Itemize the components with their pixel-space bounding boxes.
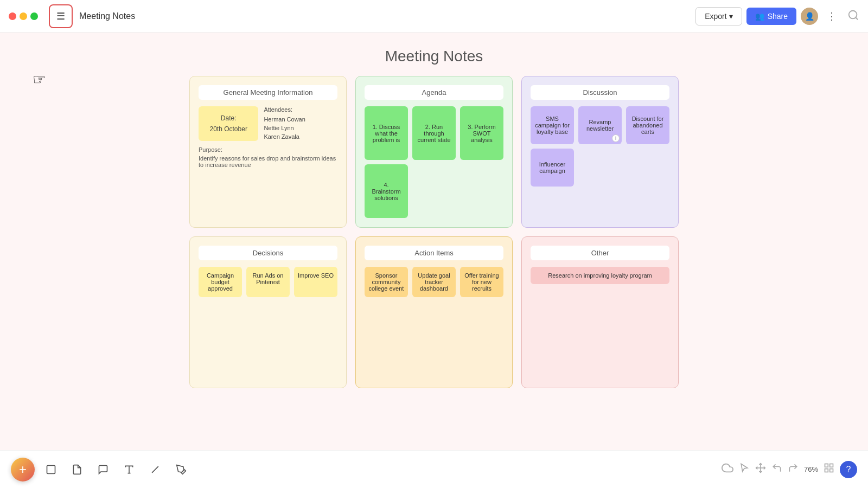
attendees-box: Attendees: Herman Cowan Nettie Lynn Kare… — [264, 106, 337, 141]
board-general-title: General Meeting Information — [199, 85, 337, 100]
attendee-2: Nettie Lynn — [264, 124, 337, 132]
agenda-item-3: 3. Perform SWOT analysis — [460, 106, 503, 160]
text-tool[interactable] — [119, 460, 139, 479]
toolbar-right: 76% ? — [722, 461, 857, 478]
traffic-lights — [9, 12, 38, 20]
svg-rect-7 — [825, 464, 828, 467]
line-tool[interactable] — [145, 460, 165, 479]
attendee-3: Karen Zavala — [264, 132, 337, 141]
svg-line-4 — [152, 466, 158, 473]
discussion-grid: SMS campaign for loyalty base Revamp new… — [531, 106, 669, 187]
minimize-traffic-light[interactable] — [20, 12, 27, 20]
decision-1: Campaign budget approved — [199, 267, 242, 297]
action-1: Sponsor community college event — [365, 267, 408, 297]
grid-icon[interactable] — [824, 463, 834, 476]
decisions-row: Campaign budget approved Run Ads on Pint… — [199, 267, 337, 297]
close-traffic-light[interactable] — [9, 12, 16, 20]
discussion-item-revamp: Revamp newsletter i — [578, 106, 622, 144]
attendee-1: Herman Cowan — [264, 115, 337, 124]
agenda-grid: 1. Discuss what the problem is 2. Run th… — [365, 106, 503, 218]
document-title: Meeting Notes — [79, 11, 689, 21]
speech-bubble-tool[interactable] — [93, 460, 113, 479]
boards-grid: General Meeting Information Date: 20th O… — [189, 76, 679, 388]
rectangle-tool[interactable] — [41, 460, 61, 479]
agenda-item-2: 2. Run through current state — [412, 106, 456, 160]
canvas-title: Meeting Notes — [385, 48, 483, 65]
undo-icon[interactable] — [771, 463, 782, 476]
board-general: General Meeting Information Date: 20th O… — [189, 76, 347, 228]
svg-rect-8 — [830, 464, 833, 467]
board-actions-title: Action Items — [365, 246, 503, 260]
fab-add-button[interactable]: + ✦ — [11, 458, 35, 481]
header-actions: Export ▾ 👥 Share 👤 ⋮ — [695, 7, 841, 25]
cursor-icon[interactable] — [739, 463, 750, 476]
other-row: Research on improving loyalty program — [531, 267, 669, 284]
cloud-save-icon[interactable] — [722, 462, 733, 477]
fullscreen-traffic-light[interactable] — [30, 12, 38, 20]
board-other-title: Other — [531, 246, 669, 260]
other-1: Research on improving loyalty program — [531, 267, 669, 284]
plus-icon: + — [19, 462, 27, 477]
svg-rect-9 — [825, 469, 828, 472]
user-avatar[interactable]: 👤 — [801, 8, 818, 25]
highlight-tool[interactable] — [171, 460, 191, 479]
date-box: Date: 20th October — [199, 106, 258, 141]
chevron-down-icon: ▾ — [729, 12, 733, 21]
export-button[interactable]: Export ▾ — [695, 7, 742, 25]
board-other: Other Research on improving loyalty prog… — [521, 236, 679, 388]
board-decisions: Decisions Campaign budget approved Run A… — [189, 236, 347, 388]
title-bar: ☰ Meeting Notes Export ▾ 👥 Share 👤 ⋮ — [0, 0, 868, 33]
redo-icon[interactable] — [788, 463, 799, 476]
menu-button[interactable]: ☰ — [49, 4, 73, 28]
decision-2: Run Ads on Pinterest — [246, 267, 290, 297]
attendees-label: Attendees: — [264, 106, 337, 113]
move-icon[interactable] — [755, 463, 766, 476]
decision-3: Improve SEO — [294, 267, 337, 297]
purpose-box: Purpose: Identify reasons for sales drop… — [199, 146, 337, 168]
board-decisions-title: Decisions — [199, 246, 337, 260]
svg-rect-10 — [830, 469, 833, 472]
share-icon: 👥 — [755, 12, 764, 21]
date-label: Date: — [221, 114, 237, 122]
agenda-item-4: 4. Brainstorm solutions — [365, 164, 408, 218]
action-3: Offer training for new recruits — [460, 267, 503, 297]
info-icon: i — [612, 134, 620, 142]
canvas: Meeting Notes General Meeting Informatio… — [0, 33, 868, 450]
board-actions: Action Items Sponsor community college e… — [355, 236, 513, 388]
actions-row: Sponsor community college event Update g… — [365, 267, 503, 297]
date-value: 20th October — [210, 125, 247, 133]
purpose-text: Identify reasons for sales drop and brai… — [199, 155, 337, 168]
zoom-level: 76% — [804, 465, 818, 473]
board-discussion-title: Discussion — [531, 85, 669, 100]
board-agenda: Agenda 1. Discuss what the problem is 2.… — [355, 76, 513, 228]
action-2: Update goal tracker dashboard — [412, 267, 456, 297]
discussion-item-discount: Discount for abandoned carts — [626, 106, 669, 144]
sticky-note-tool[interactable] — [67, 460, 87, 479]
discussion-item-influencer: Influencer campaign — [531, 149, 574, 187]
agenda-item-1: 1. Discuss what the problem is — [365, 106, 408, 160]
share-button[interactable]: 👥 Share — [746, 8, 796, 25]
general-body: Date: 20th October Attendees: Herman Cow… — [199, 106, 337, 141]
purpose-label: Purpose: — [199, 146, 337, 153]
board-agenda-title: Agenda — [365, 85, 503, 100]
svg-point-0 — [849, 10, 857, 18]
toolbar: + ✦ — [0, 450, 868, 488]
search-icon[interactable] — [847, 9, 859, 23]
svg-rect-1 — [47, 465, 55, 473]
more-options-button[interactable]: ⋮ — [822, 8, 841, 24]
board-discussion: Discussion SMS campaign for loyalty base… — [521, 76, 679, 228]
sparkle-icon: ✦ — [31, 457, 36, 463]
help-icon[interactable]: ? — [840, 461, 857, 478]
discussion-item-sms: SMS campaign for loyalty base — [531, 106, 574, 144]
